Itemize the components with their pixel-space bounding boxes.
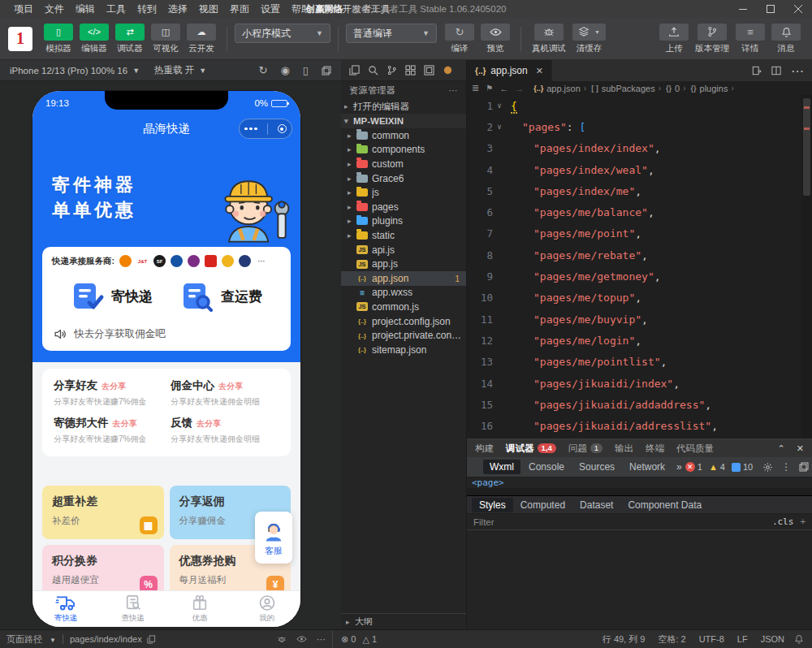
share-item[interactable]: 佣金中心去分享 分享好友寄快递佣金明细 bbox=[171, 378, 279, 408]
eye-icon[interactable] bbox=[296, 635, 307, 643]
tree-item[interactable]: JS common.js bbox=[341, 300, 466, 314]
menu-item[interactable]: 微信开发者工具 bbox=[317, 2, 396, 16]
record-icon[interactable]: ◉ bbox=[281, 64, 290, 76]
copy-icon[interactable] bbox=[147, 635, 156, 644]
maximize-button[interactable] bbox=[757, 0, 784, 18]
tab-coupons[interactable]: 优惠 bbox=[166, 591, 234, 627]
devtools-tab[interactable]: Wxml bbox=[483, 460, 520, 474]
check-freight-button[interactable]: 查运费 bbox=[180, 280, 262, 313]
tab-profile[interactable]: 我的 bbox=[234, 591, 301, 627]
hot-reload-toggle[interactable]: 热重载 开▼ bbox=[154, 64, 206, 76]
more-actions-icon[interactable]: ⋯ bbox=[791, 63, 804, 79]
status-item[interactable]: 空格: 2 bbox=[658, 633, 685, 646]
tree-item[interactable]: ▸ pages bbox=[341, 200, 466, 214]
send-express-button[interactable]: 寄快递 bbox=[71, 280, 153, 313]
search-icon[interactable] bbox=[368, 65, 378, 76]
status-item[interactable]: 行 49, 列 9 bbox=[603, 633, 646, 646]
wxml-element-tree[interactable]: <page> bbox=[467, 477, 812, 488]
page-path-label[interactable]: 页面路径 ▼ bbox=[6, 633, 56, 646]
style-tab[interactable]: Dataset bbox=[572, 498, 620, 512]
undock-icon[interactable] bbox=[799, 462, 809, 472]
tab-track-express[interactable]: 查快递 bbox=[100, 591, 167, 627]
status-item[interactable]: JSON bbox=[761, 634, 784, 644]
close-tab-icon[interactable]: ✕ bbox=[536, 66, 543, 76]
git-branch-icon[interactable] bbox=[387, 65, 397, 76]
bug-icon[interactable] bbox=[277, 634, 287, 644]
promo-card[interactable]: 超重补差 补差价 ▦ bbox=[42, 486, 164, 539]
code-editor[interactable]: 1∨{2∨"pages": [3"pages/index/index",4"pa… bbox=[467, 95, 812, 438]
tree-item[interactable]: JS app.js bbox=[341, 257, 466, 271]
add-style-icon[interactable]: + bbox=[800, 516, 806, 527]
extensions-icon[interactable] bbox=[405, 65, 416, 76]
kebab-menu-icon[interactable]: ⋮ bbox=[781, 461, 791, 473]
share-item[interactable]: 反馈去分享 分享好友寄快递佣金明细 bbox=[171, 416, 279, 445]
more-actions-icon[interactable]: ⋯ bbox=[449, 85, 459, 96]
minimize-button[interactable] bbox=[729, 0, 757, 18]
tree-item[interactable]: ▸ common bbox=[341, 128, 466, 143]
tree-item[interactable]: {..} project.private.config.js... bbox=[341, 328, 466, 343]
account-avatar[interactable]: 1 bbox=[8, 27, 32, 51]
compile-button[interactable]: ↻ 编译 bbox=[445, 24, 474, 54]
details-button[interactable]: ≡ 详情 bbox=[736, 24, 765, 54]
menu-item[interactable]: 帮助 bbox=[286, 2, 317, 16]
style-tab[interactable]: Computed bbox=[513, 498, 572, 512]
bookmark-icon[interactable]: ⚑ bbox=[486, 84, 493, 93]
tab-app-json[interactable]: {..} app.json ✕ bbox=[467, 60, 552, 81]
open-editors-section[interactable]: ▸ 打开的编辑器 bbox=[341, 99, 466, 114]
clear-cache-button[interactable]: ▼ 清缓存 bbox=[572, 24, 606, 54]
restart-icon[interactable]: ↻ bbox=[259, 64, 268, 76]
menu-item[interactable]: 界面 bbox=[224, 2, 255, 16]
tree-item[interactable]: ▸ js bbox=[341, 185, 466, 200]
more-icon[interactable] bbox=[244, 127, 257, 131]
toolbar-mode-button[interactable]: ☁ 云开发 bbox=[187, 24, 216, 54]
menu-item[interactable]: 文件 bbox=[39, 2, 70, 16]
close-button[interactable] bbox=[784, 0, 812, 18]
error-count[interactable]: ✕1 bbox=[685, 462, 702, 472]
outline-section[interactable]: ▸ 大纲 bbox=[341, 613, 466, 629]
menu-item[interactable]: 项目 bbox=[8, 2, 39, 16]
menu-item[interactable]: 选择 bbox=[162, 2, 193, 16]
tree-item[interactable]: ▸ plugins bbox=[341, 214, 466, 229]
scrollbar[interactable] bbox=[801, 95, 812, 438]
announcement-bar[interactable]: 快去分享获取佣金吧 bbox=[52, 327, 281, 341]
split-editor-icon[interactable] bbox=[771, 66, 781, 76]
version-control-button[interactable]: 版本管理 bbox=[695, 24, 729, 54]
toolbar-mode-button[interactable]: ⇄ 调试器 bbox=[115, 24, 145, 54]
tree-item[interactable]: {..} project.config.json bbox=[341, 314, 466, 329]
menu-item[interactable]: 工具 bbox=[101, 2, 132, 16]
panel-tab[interactable]: 问题 1 bbox=[568, 443, 603, 455]
breadcrumb-item[interactable]: {} plugins › bbox=[691, 84, 734, 93]
toolbar-mode-button[interactable]: </> 编辑器 bbox=[80, 24, 109, 54]
tab-send-express[interactable]: 寄快递 bbox=[32, 591, 100, 627]
forward-icon[interactable]: → bbox=[515, 84, 524, 93]
menu-item[interactable]: 视图 bbox=[193, 2, 224, 16]
project-root[interactable]: ▾ MP-WEIXIN bbox=[341, 114, 466, 128]
status-item[interactable]: LF bbox=[737, 634, 748, 644]
panel-tab[interactable]: 代码质量 bbox=[676, 443, 714, 455]
info-count[interactable]: 10 bbox=[732, 462, 753, 472]
multi-window-icon[interactable] bbox=[322, 66, 331, 76]
breadcrumb-item[interactable]: [ ] subPackages › bbox=[591, 84, 661, 93]
tree-item[interactable]: ≣ app.wxss bbox=[341, 286, 466, 300]
back-icon[interactable]: ← bbox=[499, 84, 508, 93]
capsule-menu[interactable] bbox=[239, 119, 292, 139]
tree-item[interactable]: ▸ components bbox=[341, 143, 466, 158]
tree-item[interactable]: {..} sitemap.json bbox=[341, 343, 466, 357]
preview-button[interactable]: 预览 bbox=[481, 24, 510, 54]
more-couriers[interactable]: ⋯ bbox=[257, 257, 266, 266]
mode-select[interactable]: 小程序模式▼ bbox=[235, 24, 330, 43]
menu-item[interactable]: 编辑 bbox=[70, 2, 101, 16]
upload-button[interactable]: 上传 bbox=[659, 24, 689, 54]
customer-service-button[interactable]: 客服 bbox=[255, 512, 292, 564]
cls-toggle[interactable]: .cls bbox=[772, 516, 794, 527]
style-tab[interactable]: Styles bbox=[472, 498, 513, 512]
notifications-bell-icon[interactable] bbox=[794, 634, 804, 644]
panel-tab[interactable]: 终端 bbox=[646, 443, 664, 455]
devtools-tab[interactable]: Console bbox=[522, 460, 571, 474]
panel-tab[interactable]: 构建 bbox=[475, 443, 494, 455]
devtools-tab[interactable]: Sources bbox=[572, 460, 621, 474]
toolbar-mode-button[interactable]: ▯ 模拟器 bbox=[44, 24, 73, 54]
tree-item[interactable]: ▸ static bbox=[341, 228, 466, 243]
tree-item[interactable]: JS api.js bbox=[341, 243, 466, 257]
style-tab[interactable]: Component Data bbox=[620, 498, 709, 512]
